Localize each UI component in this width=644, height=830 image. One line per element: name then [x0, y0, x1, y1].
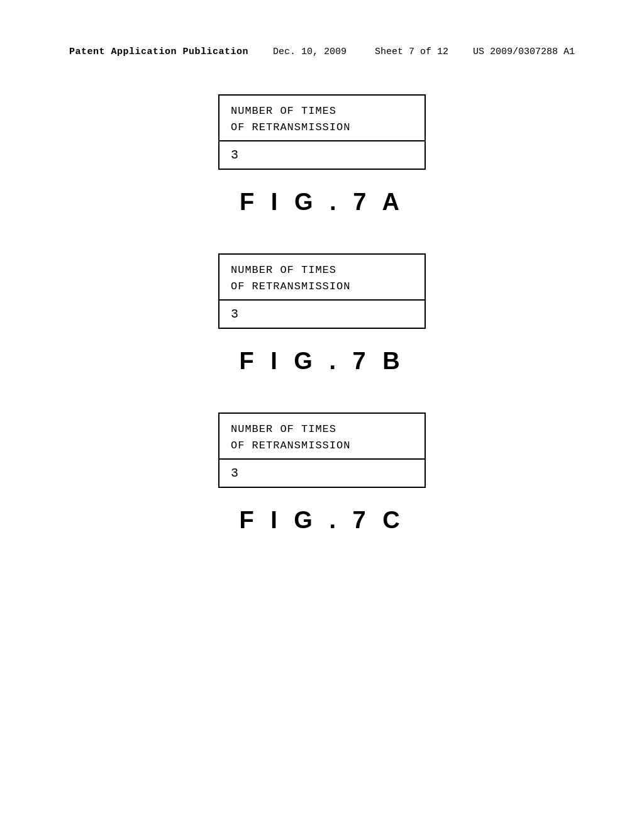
page-header: Patent Application Publication Dec. 10, …	[0, 47, 644, 57]
figure-7b-section: NUMBER OF TIMES OF RETRANSMISSION 3 F I …	[218, 253, 426, 375]
figure-7a-box: NUMBER OF TIMES OF RETRANSMISSION 3	[218, 94, 426, 170]
figure-7b-box: NUMBER OF TIMES OF RETRANSMISSION 3	[218, 253, 426, 329]
figure-7a-box-title: NUMBER OF TIMES OF RETRANSMISSION	[219, 96, 425, 141]
figure-7b-label: F I G . 7 B	[239, 348, 404, 375]
patent-number: US 2009/0307288 A1	[473, 47, 575, 57]
figure-7b-box-title: NUMBER OF TIMES OF RETRANSMISSION	[219, 255, 425, 301]
publication-date: Dec. 10, 2009 Sheet 7 of 12	[273, 47, 448, 57]
figure-7b-box-value: 3	[219, 301, 425, 328]
figure-7a-section: NUMBER OF TIMES OF RETRANSMISSION 3 F I …	[218, 94, 426, 216]
main-content: NUMBER OF TIMES OF RETRANSMISSION 3 F I …	[0, 94, 644, 572]
figure-7c-box: NUMBER OF TIMES OF RETRANSMISSION 3	[218, 412, 426, 488]
figure-7c-label: F I G . 7 C	[239, 507, 404, 534]
figure-7c-section: NUMBER OF TIMES OF RETRANSMISSION 3 F I …	[218, 412, 426, 534]
patent-publication-label: Patent Application Publication	[69, 47, 248, 57]
figure-7c-box-value: 3	[219, 460, 425, 487]
figure-7a-label: F I G . 7 A	[240, 189, 404, 216]
figure-7a-box-value: 3	[219, 141, 425, 169]
figure-7c-box-title: NUMBER OF TIMES OF RETRANSMISSION	[219, 414, 425, 460]
